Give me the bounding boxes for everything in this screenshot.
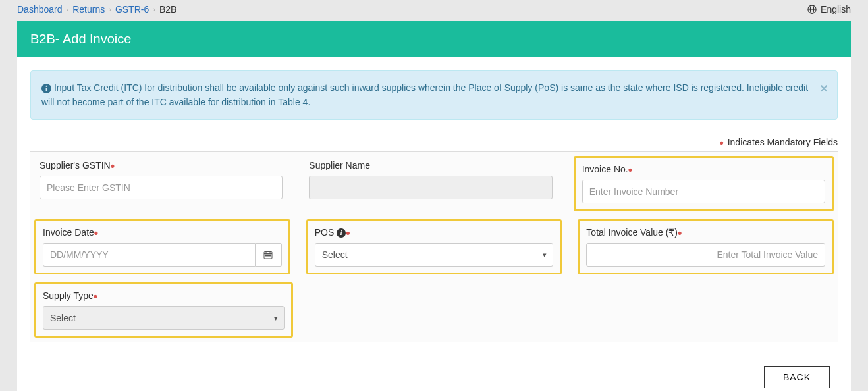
supplier-name-input xyxy=(309,176,552,199)
supply-type-select[interactable]: Select xyxy=(43,306,285,330)
breadcrumb-returns[interactable]: Returns xyxy=(72,4,105,14)
info-text: Input Tax Credit (ITC) for distribution … xyxy=(41,82,808,107)
back-button[interactable]: BACK xyxy=(764,366,830,388)
chevron-right-icon: › xyxy=(67,5,69,13)
chevron-right-icon: › xyxy=(109,5,111,13)
required-dot-icon: • xyxy=(628,163,632,176)
supplier-name-label: Supplier Name xyxy=(309,160,552,170)
pos-select[interactable]: Select xyxy=(315,243,554,267)
language-selector[interactable]: English xyxy=(807,4,851,14)
total-value-label: Total Invoice Value (₹)• xyxy=(586,227,825,238)
required-dot-icon: • xyxy=(678,226,682,240)
invoice-no-label: Invoice No.• xyxy=(582,164,825,174)
supplier-gstin-input[interactable] xyxy=(40,176,283,199)
required-dot-icon: • xyxy=(719,136,723,149)
breadcrumb-dashboard[interactable]: Dashboard xyxy=(17,4,63,14)
svg-rect-12 xyxy=(269,255,271,256)
invoice-no-input[interactable] xyxy=(582,180,825,203)
info-circle-icon[interactable]: i xyxy=(337,228,346,238)
globe-icon xyxy=(807,5,817,14)
breadcrumb: Dashboard › Returns › GSTR-6 › B2B xyxy=(17,4,176,14)
mandatory-note: • Indicates Mandatory Fields xyxy=(30,137,838,147)
calendar-icon xyxy=(263,250,273,259)
info-icon xyxy=(41,84,51,93)
close-icon[interactable]: × xyxy=(820,78,828,99)
required-dot-icon: • xyxy=(111,159,115,172)
required-dot-icon: • xyxy=(346,226,350,240)
svg-rect-4 xyxy=(46,88,47,91)
chevron-right-icon: › xyxy=(153,5,155,13)
pos-label: POS i• xyxy=(315,227,554,238)
svg-rect-10 xyxy=(265,255,267,256)
breadcrumb-gstr6[interactable]: GSTR-6 xyxy=(115,4,149,14)
required-dot-icon: • xyxy=(94,226,98,240)
invoice-date-label: Invoice Date• xyxy=(43,227,282,238)
language-label: English xyxy=(821,4,851,14)
calendar-button[interactable] xyxy=(256,243,282,267)
svg-point-5 xyxy=(45,85,47,86)
required-dot-icon: • xyxy=(94,290,97,303)
page-title: B2B- Add Invoice xyxy=(30,32,131,46)
total-value-input[interactable] xyxy=(586,243,825,267)
svg-rect-11 xyxy=(267,255,269,256)
info-alert: Input Tax Credit (ITC) for distribution … xyxy=(30,70,838,120)
breadcrumb-current: B2B xyxy=(159,4,176,14)
supplier-gstin-label: Supplier's GSTIN• xyxy=(40,160,283,170)
invoice-date-input[interactable] xyxy=(43,243,256,267)
supply-type-label: Supply Type• xyxy=(43,290,285,301)
page-title-bar: B2B- Add Invoice xyxy=(17,21,851,57)
